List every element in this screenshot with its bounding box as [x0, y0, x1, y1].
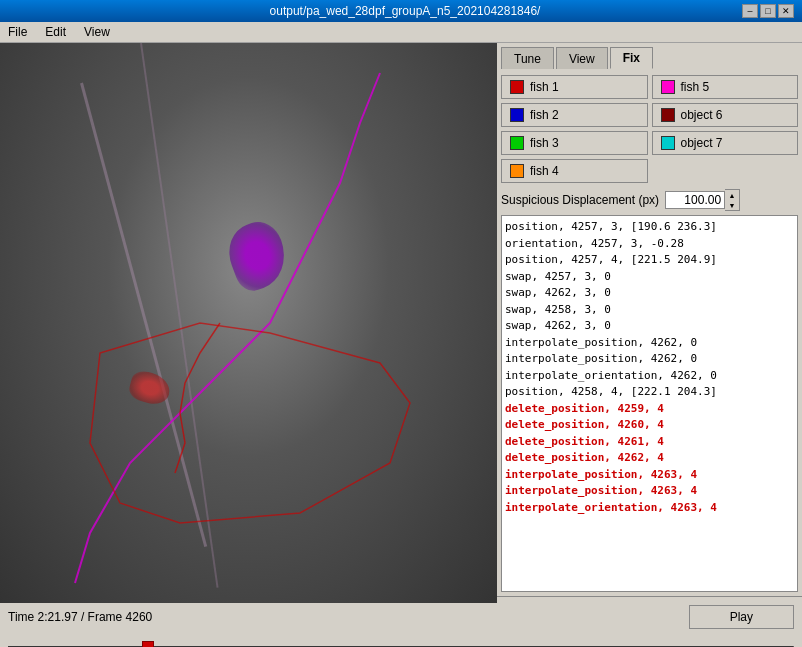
log-line: swap, 4257, 3, 0: [505, 269, 794, 286]
log-line: swap, 4262, 3, 0: [505, 285, 794, 302]
video-overlay: [0, 43, 497, 603]
menu-file[interactable]: File: [4, 24, 31, 40]
log-line: position, 4257, 4, [221.5 204.9]: [505, 252, 794, 269]
tab-tune[interactable]: Tune: [501, 47, 554, 69]
fish5-color-swatch: [661, 80, 675, 94]
log-line: orientation, 4257, 3, -0.28: [505, 236, 794, 253]
fish1-label: fish 1: [530, 80, 559, 94]
fish4-color-swatch: [510, 164, 524, 178]
log-line: interpolate_position, 4262, 0: [505, 335, 794, 352]
maximize-button[interactable]: □: [760, 4, 776, 18]
fish2-color-swatch: [510, 108, 524, 122]
minimize-button[interactable]: –: [742, 4, 758, 18]
suspicious-label: Suspicious Displacement (px): [501, 193, 659, 207]
fish5-button[interactable]: fish 5: [652, 75, 799, 99]
menu-edit[interactable]: Edit: [41, 24, 70, 40]
suspicious-displacement-row: Suspicious Displacement (px) ▲ ▼: [501, 189, 798, 211]
slider-thumb[interactable]: [142, 641, 154, 647]
time-label: Time 2:21.97 / Frame 4260: [8, 610, 152, 624]
suspicious-input[interactable]: [665, 191, 725, 209]
title-bar: output/pa_wed_28dpf_groupA_n5_2021042818…: [0, 0, 802, 22]
log-line: delete_position, 4260, 4: [505, 417, 794, 434]
fish-button-grid: fish 1 fish 5 fish 2 object 6 fish 3 obj…: [501, 75, 798, 183]
fish2-button[interactable]: fish 2: [501, 103, 648, 127]
fish3-button[interactable]: fish 3: [501, 131, 648, 155]
play-button[interactable]: Play: [689, 605, 794, 629]
object6-button[interactable]: object 6: [652, 103, 799, 127]
spin-arrows: ▲ ▼: [725, 189, 740, 211]
log-line: position, 4257, 3, [190.6 236.3]: [505, 219, 794, 236]
fish3-label: fish 3: [530, 136, 559, 150]
log-line: swap, 4258, 3, 0: [505, 302, 794, 319]
log-line: delete_position, 4262, 4: [505, 450, 794, 467]
menu-view[interactable]: View: [80, 24, 114, 40]
log-line: interpolate_position, 4263, 4: [505, 483, 794, 500]
fish1-color-swatch: [510, 80, 524, 94]
spin-down-button[interactable]: ▼: [725, 200, 739, 210]
tab-bar: Tune View Fix: [501, 47, 798, 69]
video-panel: [0, 43, 497, 603]
object6-label: object 6: [681, 108, 723, 122]
spin-up-button[interactable]: ▲: [725, 190, 739, 200]
fish5-label: fish 5: [681, 80, 710, 94]
log-line: interpolate_position, 4263, 4: [505, 467, 794, 484]
fish1-button[interactable]: fish 1: [501, 75, 648, 99]
fish3-color-swatch: [510, 136, 524, 150]
object7-label: object 7: [681, 136, 723, 150]
tab-fix[interactable]: Fix: [610, 47, 653, 69]
close-button[interactable]: ✕: [778, 4, 794, 18]
log-line: delete_position, 4261, 4: [505, 434, 794, 451]
object7-button[interactable]: object 7: [652, 131, 799, 155]
menu-bar: File Edit View: [0, 22, 802, 43]
log-line: position, 4258, 4, [222.1 204.3]: [505, 384, 794, 401]
log-area[interactable]: position, 4257, 3, [190.6 236.3]orientat…: [501, 215, 798, 592]
tab-view[interactable]: View: [556, 47, 608, 69]
slider-row: [0, 636, 802, 647]
log-line: delete_position, 4259, 4: [505, 401, 794, 418]
log-line: interpolate_position, 4262, 0: [505, 351, 794, 368]
log-line: interpolate_orientation, 4262, 0: [505, 368, 794, 385]
window-title: output/pa_wed_28dpf_groupA_n5_2021042818…: [68, 4, 742, 18]
log-line: swap, 4262, 3, 0: [505, 318, 794, 335]
object6-color-swatch: [661, 108, 675, 122]
fish4-button[interactable]: fish 4: [501, 159, 648, 183]
fish4-label: fish 4: [530, 164, 559, 178]
object7-color-swatch: [661, 136, 675, 150]
right-panel: Tune View Fix fish 1 fish 5 fish 2 objec…: [497, 43, 802, 596]
window-controls: – □ ✕: [742, 4, 794, 18]
fish2-label: fish 2: [530, 108, 559, 122]
suspicious-input-group: ▲ ▼: [665, 189, 740, 211]
log-line: interpolate_orientation, 4263, 4: [505, 500, 794, 517]
